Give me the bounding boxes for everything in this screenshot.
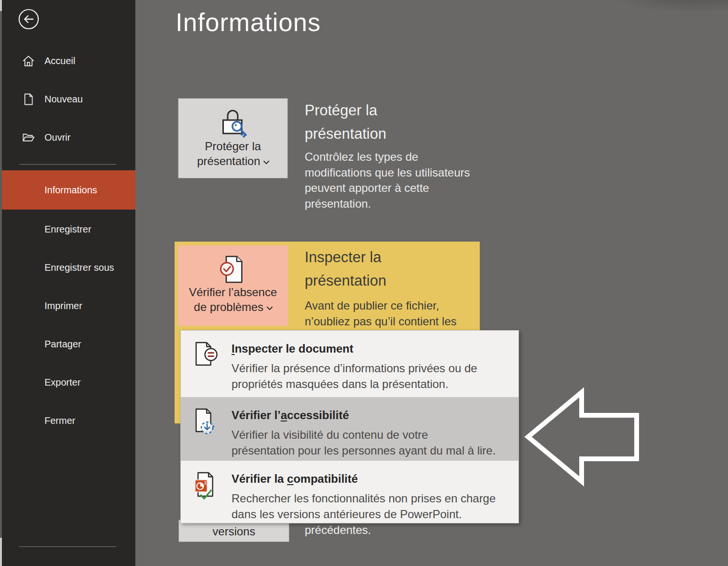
edge-artifact-bottom [0,538,2,566]
sidebar-item-informations[interactable]: Informations [0,170,135,210]
check-for-issues-menu: Inspecter le document Vérifier la présen… [180,330,519,523]
manage-presentation-text-partial: précédentes. [305,523,371,537]
sidebar-item-label: Informations [44,185,97,196]
sidebar-item-exporter[interactable]: Exporter [0,371,135,394]
backstage-content: Informations Protéger la présentation Pr… [135,0,728,566]
menu-item-inspecter-le-document[interactable]: Inspecter le document Vérifier la présen… [181,331,518,397]
annotation-arrow-left [522,386,642,487]
sidebar-item-fermer[interactable]: Fermer [0,409,135,432]
back-arrow-icon [18,9,39,30]
sidebar-item-ouvrir[interactable]: Ouvrir [0,126,135,149]
menu-item-description: Vérifier la présence d’informations priv… [232,360,477,392]
menu-item-description: Rechercher les fonctionnalités non prise… [232,490,496,522]
powerpoint-backstage: Accueil Nouveau Ouvrir Informations Enre… [0,0,728,566]
menu-item-description: Vérifier la visibilité du contenu de vot… [232,427,496,458]
sidebar-item-label: Ouvrir [44,132,70,143]
sidebar-item-accueil[interactable]: Accueil [0,49,135,72]
sidebar-item-partager[interactable]: Partager [0,333,135,355]
screen-edge-artifact [0,0,2,566]
button-label: versions [212,525,255,538]
chevron-down-icon [266,304,273,311]
sidebar-item-label: Nouveau [44,94,83,105]
section-description-inspecter: Avant de publier ce fichier, n’oubliez p… [305,298,457,329]
section-heading-proteger: Protéger la présentation [305,99,386,145]
sidebar-item-label: Imprimer [44,300,82,311]
check-for-issues-button[interactable]: Vérifier l’absence de problèmes [178,245,288,326]
sidebar-item-label: Exporter [44,377,81,388]
menu-item-verifier-accessibilite[interactable]: Vérifier l’accessibilité Vérifier la vis… [181,397,518,461]
chevron-down-icon [263,158,269,165]
menu-item-title: Vérifier la compatibilité [232,472,358,486]
button-label-line2: de problèmes [194,300,272,314]
edge-artifact-top [0,0,2,11]
backstage-sidebar: Accueil Nouveau Ouvrir Informations Enre… [0,0,135,566]
sidebar-item-label: Accueil [44,55,75,67]
sidebar-item-imprimer[interactable]: Imprimer [0,294,135,317]
section-description-proteger: Contrôlez les types de modifications que… [305,149,470,211]
sidebar-item-label: Partager [44,339,81,350]
sidebar-item-label: Enregistrer [44,224,91,235]
sidebar-item-label: Fermer [44,415,75,426]
protect-presentation-button[interactable]: Protéger la présentation [178,98,288,178]
new-document-icon [22,93,35,106]
menu-item-verifier-compatibilite[interactable]: Vérifier la compatibilité Rechercher les… [181,461,518,524]
button-label-line2: présentation [197,154,269,168]
section-heading-inspecter: Inspecter la présentation [305,245,386,292]
sidebar-item-enregistrer[interactable]: Enregistrer [0,218,135,241]
button-label-line1: Vérifier l’absence [189,285,277,300]
sidebar-divider-bottom [19,546,116,547]
open-folder-icon [22,131,35,144]
back-button[interactable] [18,9,39,30]
menu-item-title: Inspecter le document [232,342,353,355]
sidebar-item-nouveau[interactable]: Nouveau [0,88,135,111]
accessibility-checker-icon [194,408,219,435]
button-label-line1: Protéger la [205,139,261,154]
sidebar-item-enregistrer-sous[interactable]: Enregistrer sous [0,256,135,279]
lock-key-icon [216,107,250,139]
sidebar-item-label: Enregistrer sous [44,262,114,273]
compatibility-checker-icon [194,471,219,500]
home-icon [22,55,35,67]
background-decoration [508,0,728,67]
page-title: Informations [176,8,321,37]
sidebar-divider [19,164,116,165]
menu-item-title: Vérifier l’accessibilité [232,409,349,422]
inspect-document-icon [194,341,219,368]
check-document-icon [218,254,248,285]
